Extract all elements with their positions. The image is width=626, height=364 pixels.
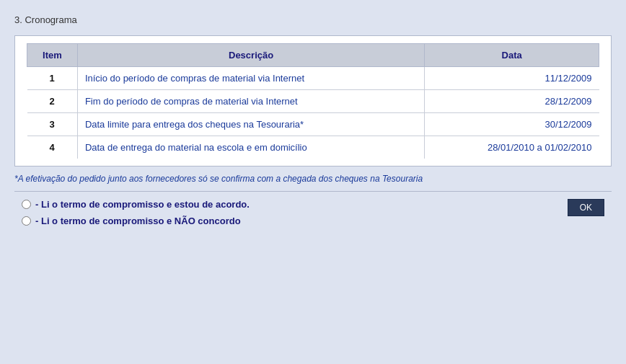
table-row: 4Data de entrega do material na escola e… [27, 136, 599, 159]
section-title: 3. Cronograma [14, 14, 612, 25]
cronograma-table: Item Descrição Data 1Início do período d… [27, 43, 599, 159]
options-section: - Li o termo de compromisso e estou de a… [14, 199, 612, 226]
cell-item: 4 [27, 136, 78, 159]
cell-data: 28/12/2009 [425, 90, 599, 113]
table-row: 3Data limite para entrega dos cheques na… [27, 113, 599, 136]
cell-descricao: Início do período de compras de material… [77, 67, 424, 90]
cell-descricao: Data limite para entrega dos cheques na … [77, 113, 424, 136]
footnote: *A efetivação do pedido junto aos fornec… [14, 174, 612, 184]
col-header-item: Item [27, 44, 78, 67]
cell-item: 3 [27, 113, 78, 136]
cell-data: 30/12/2009 [425, 113, 599, 136]
disagree-option-row: - Li o termo de compromisso e NÃO concor… [22, 216, 604, 226]
cronograma-table-container: Item Descrição Data 1Início do período d… [14, 35, 612, 167]
cell-data: 28/01/2010 a 01/02/2010 [425, 136, 599, 159]
agree-option-row: - Li o termo de compromisso e estou de a… [22, 199, 604, 210]
cell-descricao: Fim do período de compras de material vi… [77, 90, 424, 113]
col-header-data: Data [425, 44, 599, 67]
divider [14, 191, 612, 192]
agree-radio[interactable] [22, 200, 31, 209]
disagree-radio[interactable] [22, 216, 31, 226]
cell-descricao: Data de entrega do material na escola e … [77, 136, 424, 159]
col-header-descricao: Descrição [77, 44, 424, 67]
cell-data: 11/12/2009 [425, 67, 599, 90]
table-row: 2Fim do período de compras de material v… [27, 90, 599, 113]
disagree-label: - Li o termo de compromisso e NÃO concor… [35, 216, 241, 226]
table-row: 1Início do período de compras de materia… [27, 67, 599, 90]
ok-button[interactable]: OK [568, 199, 604, 216]
cell-item: 2 [27, 90, 78, 113]
agree-label: - Li o termo de compromisso e estou de a… [35, 199, 250, 210]
cell-item: 1 [27, 67, 78, 90]
